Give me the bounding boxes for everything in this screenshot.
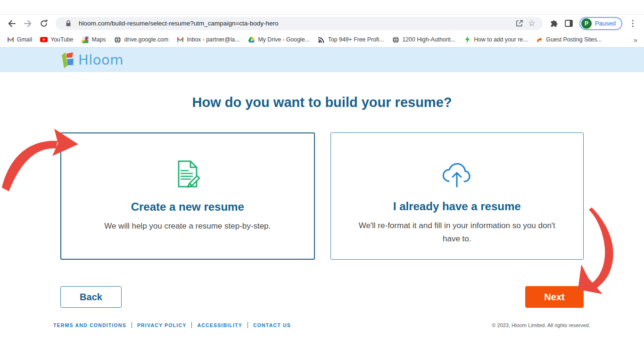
youtube-icon [40, 36, 48, 43]
bookmark-guest-posting[interactable]: Guest Posting Sites... [536, 36, 602, 43]
bookmark-my-drive[interactable]: My Drive - Google... [248, 36, 309, 43]
next-button[interactable]: Next [525, 286, 584, 308]
bookmark-drive-url[interactable]: drive.google.com [114, 36, 169, 43]
bookmarks-overflow-chevron-icon[interactable]: » [634, 36, 637, 44]
broadcast-icon [318, 36, 325, 43]
document-pencil-icon [173, 158, 203, 189]
maps-icon [81, 36, 89, 43]
orange-arrow-icon [536, 36, 543, 43]
resume-option-cards: Create a new resume We will help you cre… [60, 132, 584, 260]
footer-links: TERMS AND CONDITIONS PRIVACY POLICY ACCE… [53, 322, 291, 328]
wizard-buttons: Back Next [60, 286, 584, 308]
accessibility-link[interactable]: ACCESSIBILITY [197, 322, 242, 328]
card-description: We will help you create a resume step-by… [104, 220, 271, 233]
browser-tab-strip [0, 0, 644, 15]
bookmark-inbox[interactable]: Inbox - partner@la... [176, 36, 239, 43]
copyright-text: © 2023, Hloom Limited. All rights reserv… [492, 322, 590, 328]
bookmark-top-949[interactable]: Top 949+ Free Profi... [318, 36, 384, 43]
globe-icon [114, 36, 122, 43]
divider [132, 322, 132, 328]
bookmark-star-icon[interactable]: ☆ [526, 17, 538, 30]
divider [191, 322, 192, 328]
card-description: We'll re-format it and fill in your info… [355, 219, 558, 246]
back-nav-icon[interactable] [5, 16, 19, 31]
site-header: Hloom [0, 48, 644, 72]
bookmark-how-to-add[interactable]: How to add your re... [463, 36, 528, 43]
page-title: How do you want to build your resume? [0, 95, 644, 110]
divider [248, 322, 248, 328]
bookmark-gmail[interactable]: Gmail [7, 36, 32, 43]
lock-icon[interactable] [62, 17, 74, 30]
browser-toolbar: hloom.com/build-resume/select-resume?utm… [0, 15, 644, 32]
bookmarks-bar: Gmail YouTube Maps drive.google.com Inbo… [0, 32, 644, 48]
globe-icon [392, 36, 399, 43]
back-button[interactable]: Back [60, 286, 122, 308]
side-panel-icon[interactable] [562, 17, 576, 30]
card-create-new-resume[interactable]: Create a new resume We will help you cre… [60, 132, 315, 260]
cloud-upload-icon [439, 157, 475, 189]
avatar: P [581, 18, 592, 29]
gmail-icon [7, 36, 14, 43]
card-upload-existing-resume[interactable]: I already have a resume We'll re-format … [330, 132, 584, 260]
share-icon[interactable] [513, 17, 526, 30]
main-content: How do you want to build your resume? Cr… [0, 95, 644, 328]
card-title: Create a new resume [131, 200, 244, 214]
hloom-logo-mark [60, 51, 76, 69]
brand-name: Hloom [78, 52, 124, 68]
bolt-icon [463, 36, 471, 43]
url-text[interactable]: hloom.com/build-resume/select-resume?utm… [79, 20, 513, 27]
terms-link[interactable]: TERMS AND CONDITIONS [53, 322, 126, 328]
bookmark-1200-high[interactable]: 1200 High-Authorit... [392, 36, 455, 43]
extensions-puzzle-icon[interactable] [547, 17, 561, 30]
gmail-icon [176, 36, 184, 43]
contact-link[interactable]: CONTACT US [253, 322, 291, 328]
hloom-logo[interactable]: Hloom [60, 51, 124, 69]
forward-nav-icon[interactable] [21, 16, 35, 31]
sync-paused-badge: Paused [595, 20, 616, 27]
browser-menu-icon[interactable]: ⋮ [626, 17, 639, 30]
bookmark-maps[interactable]: Maps [81, 36, 106, 43]
address-bar[interactable]: hloom.com/build-resume/select-resume?utm… [56, 17, 543, 30]
footer: TERMS AND CONDITIONS PRIVACY POLICY ACCE… [0, 322, 644, 328]
reload-icon[interactable] [37, 16, 51, 31]
profile-button[interactable]: P Paused [579, 17, 622, 30]
card-title: I already have a resume [393, 200, 521, 213]
privacy-link[interactable]: PRIVACY POLICY [137, 322, 187, 328]
bookmark-youtube[interactable]: YouTube [40, 36, 73, 43]
drive-icon [248, 36, 255, 43]
